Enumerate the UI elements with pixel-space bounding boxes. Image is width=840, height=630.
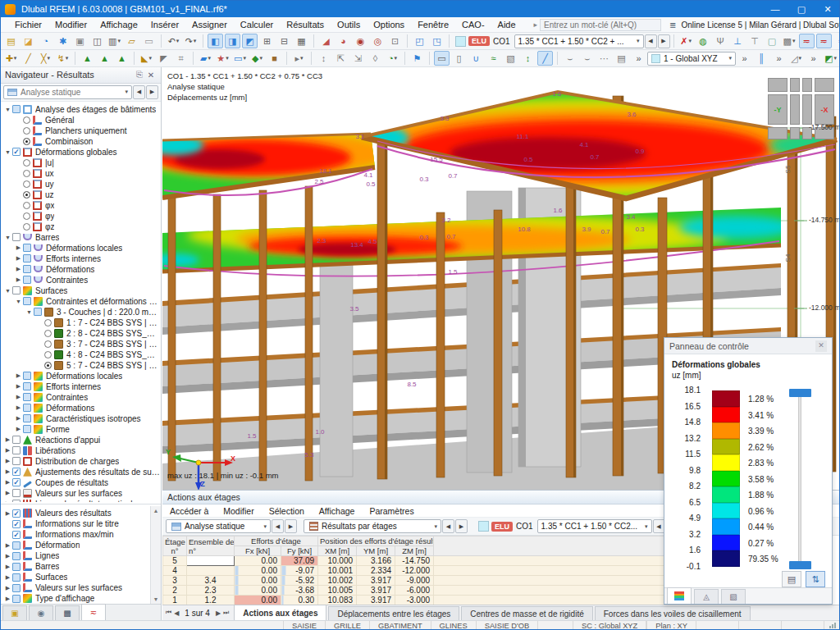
view-frame-icon[interactable]: ▭ — [434, 51, 450, 66]
table-cell[interactable]: 0.00 — [235, 596, 281, 605]
tree-item-planchers-uniquement[interactable]: Planchers uniquement — [1, 126, 161, 136]
overflow2-icon[interactable]: » — [631, 51, 646, 66]
result-table-icon[interactable]: ▩▾ — [782, 34, 797, 48]
close-navigator-icon[interactable]: ✕ — [145, 71, 157, 80]
checkbox[interactable] — [23, 276, 31, 284]
select-mode-icon[interactable]: ▸▾ — [291, 51, 307, 66]
surface-tool-icon[interactable]: ▰▾ — [198, 51, 213, 66]
table-cell[interactable]: -3.68 — [281, 586, 318, 596]
solid-tool-icon[interactable]: ◆▾ — [249, 51, 265, 66]
tree-item-ux[interactable]: ux — [1, 168, 161, 179]
control-panel-header[interactable]: Panneau de contrôle ✕ — [664, 338, 832, 354]
control-panel-close-icon[interactable]: ✕ — [815, 340, 827, 352]
dimension-icon[interactable]: ◣▾ — [139, 51, 154, 66]
table-results-combo[interactable]: Résultats par étages▾ — [304, 519, 441, 533]
settings-gear-icon[interactable]: ✱ — [55, 34, 71, 48]
cube-neg-y[interactable]: -Y — [768, 94, 788, 125]
result-beam2-icon[interactable]: ≂ — [816, 34, 832, 48]
panel-print-icon[interactable]: ▤ — [782, 571, 801, 587]
dimension2-icon[interactable]: ◤ — [156, 51, 171, 66]
menu-affichage[interactable]: Affichage — [94, 17, 144, 33]
new-line-icon[interactable]: ▲ — [97, 51, 112, 66]
maximize-button[interactable]: ▢ — [788, 1, 815, 17]
tree-item-informations-sur-le-titre[interactable]: ✓Informations sur le titre — [1, 518, 161, 529]
tree-item-d-formations-locales[interactable]: ▶Déformations locales — [1, 243, 161, 253]
tree-item-surfaces[interactable]: ▶Surfaces — [1, 572, 161, 582]
copy-icon[interactable]: ▣ — [72, 34, 88, 48]
status-grille[interactable]: GRILLE — [326, 621, 370, 630]
checkbox[interactable] — [23, 382, 31, 390]
table-cell[interactable] — [187, 556, 235, 566]
generator-icon[interactable]: ⊟ — [276, 34, 292, 48]
combi-prev-button[interactable]: ◀ — [645, 34, 657, 48]
edit-grid-icon[interactable]: ⌗ — [173, 51, 189, 66]
checkbox[interactable] — [12, 595, 21, 603]
table-cell[interactable]: -6.000 — [395, 586, 434, 596]
table-combination-combo[interactable]: 1.35 * CC1 + 1.50 * CC2...▾ — [537, 519, 652, 533]
radio-button[interactable] — [44, 340, 52, 348]
checkbox[interactable] — [23, 414, 31, 422]
checkbox[interactable] — [12, 436, 21, 444]
pager-prev-button[interactable]: ◀ — [174, 609, 179, 617]
radio-button[interactable] — [23, 170, 30, 177]
arrow-display-icon[interactable]: ↕ — [520, 51, 536, 66]
table-cell[interactable]: 2 — [163, 586, 187, 596]
toggle-tables-icon[interactable]: ◨ — [225, 34, 240, 48]
radio-button[interactable] — [23, 127, 30, 135]
checkbox[interactable] — [12, 446, 21, 454]
table-view-icon[interactable]: ▦ — [294, 34, 309, 48]
scale-tool-icon[interactable]: ◊ — [368, 51, 383, 66]
checkbox[interactable]: ✓ — [12, 531, 21, 539]
opening-tool-icon[interactable]: ▭▾ — [232, 51, 248, 66]
block-tool-icon[interactable]: ■ — [267, 51, 282, 66]
table-cell[interactable]: 37.09 — [281, 556, 318, 566]
checkbox[interactable] — [12, 552, 21, 560]
cube-neg-x[interactable]: -X — [815, 94, 834, 125]
tree-item-d-formations[interactable]: ▶Déformations — [1, 403, 161, 413]
tree-item-5-7-c24-bbs-sys-orthotr-[interactable]: 5 : 7 - C24 BBS SYS | Orthotr... — [1, 360, 161, 371]
overflow5-icon[interactable]: » — [806, 51, 821, 66]
tree-item-2-8-c24-bbs-sys-q-orth-[interactable]: 2 : 8 - C24 BBS SYS_Q | Orth... — [1, 328, 161, 339]
tree-item-lib-rations[interactable]: ▶Libérations — [1, 445, 161, 456]
checkbox[interactable] — [34, 308, 42, 316]
result-grid-icon[interactable]: ⊤ — [747, 34, 763, 48]
new-surface-icon[interactable]: ▲ — [114, 51, 130, 66]
beam-diagram2-icon[interactable]: ⌣ — [579, 51, 595, 66]
table-cell[interactable]: 3.4 — [187, 576, 235, 586]
doc-tab-actions-aux-tages[interactable]: Actions aux étages — [234, 605, 326, 620]
checkbox[interactable]: ✓ — [12, 468, 21, 476]
menu-insrer[interactable]: Insérer — [144, 17, 185, 33]
table-cell[interactable]: 0.00 — [235, 576, 281, 586]
menu-modifier[interactable]: Modifier — [48, 17, 94, 33]
scale-slider-handle-bottom[interactable] — [789, 561, 811, 569]
table-cell[interactable]: 2.3 — [187, 586, 235, 596]
rotate-tool-icon[interactable]: ⇲ — [350, 51, 366, 66]
section-line-icon[interactable]: ╱ — [537, 51, 553, 66]
navigation-cube[interactable]: -Y -X — [767, 77, 836, 142]
menu-outils[interactable]: Outils — [331, 17, 367, 33]
new-model-icon[interactable]: ▤ — [3, 34, 19, 48]
tree-item-r-actions-d-appui[interactable]: ▶Réactions d'appui — [1, 435, 161, 445]
move-tool-icon[interactable]: ↕ — [316, 51, 331, 66]
table-analysis-combo[interactable]: Analyse statique▾ — [166, 519, 271, 533]
show-results-icon[interactable]: ◍ — [696, 34, 711, 48]
tree-item-type-d-affichage[interactable]: ▶Type d'affichage — [1, 593, 161, 604]
radio-button[interactable] — [23, 223, 30, 231]
table-cell[interactable]: 3.917 — [357, 596, 395, 605]
table-results-prev[interactable]: ◀ — [442, 519, 454, 533]
checkbox[interactable]: ✓ — [12, 520, 21, 528]
analysis-type-combo[interactable]: Analyse statique ▾ — [3, 85, 132, 99]
table-cell[interactable]: 10.000 — [318, 556, 357, 566]
radio-button[interactable] — [44, 351, 52, 358]
view-combo[interactable]: 1 - Global XYZ▾ — [647, 52, 736, 66]
window-2-icon[interactable]: ◳ — [429, 34, 445, 48]
checkbox[interactable] — [12, 563, 21, 571]
checkbox[interactable] — [12, 286, 21, 294]
menu-calculer[interactable]: Calculer — [234, 17, 280, 33]
table-menu-modifier[interactable]: Modifier — [216, 506, 261, 516]
nav-tab-results[interactable]: ≂ — [81, 604, 106, 620]
report-icon[interactable]: ▭ — [141, 34, 157, 48]
tree-item-d-formations-globales[interactable]: ▼✓Déformations globales — [1, 147, 161, 158]
dlubal-cloud-icon[interactable]: ◔ — [38, 34, 53, 48]
menu-options[interactable]: Options — [367, 17, 411, 33]
